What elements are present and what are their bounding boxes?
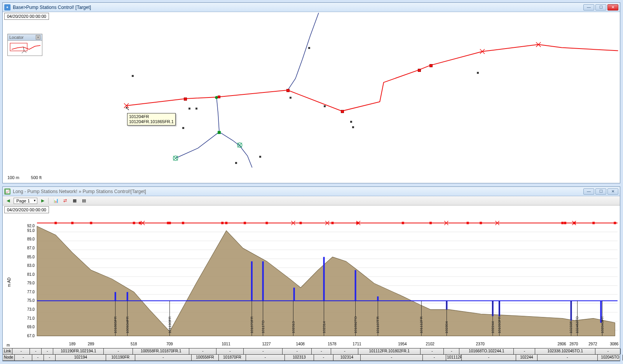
- map-titlebar[interactable]: ✦ Base>Pump Stations Control! [Target] —…: [3, 3, 620, 12]
- svg-rect-50: [564, 222, 566, 224]
- x-axis: 1892895187091011122714081578171119542102…: [3, 342, 620, 348]
- close-button[interactable]: ✕: [607, 4, 618, 10]
- map-point: [259, 156, 261, 158]
- link-cell[interactable]: -: [189, 348, 216, 354]
- chart-style-button[interactable]: 📊: [52, 197, 60, 204]
- locator-body[interactable]: [8, 41, 42, 56]
- scale-bar: 100 m 500 ft: [7, 175, 42, 180]
- node-cell[interactable]: 102244: [516, 355, 537, 361]
- tooltip-line1: 101204FR: [129, 114, 174, 119]
- network-svg: [3, 13, 619, 182]
- svg-rect-46: [182, 222, 184, 224]
- node-cell[interactable]: -: [135, 355, 192, 361]
- network-node[interactable]: [218, 131, 221, 134]
- link-cell[interactable]: -: [244, 348, 283, 354]
- maximize-button[interactable]: ☐: [595, 4, 606, 10]
- profile-datetime[interactable]: 04/20/2020 00:00:00: [4, 206, 49, 213]
- node-cell[interactable]: -: [537, 355, 598, 361]
- node-cell[interactable]: 102314: [333, 355, 361, 361]
- node-cell[interactable]: -: [246, 355, 285, 361]
- map-window-title: Base>Pump Stations Control! [Target]: [13, 5, 583, 10]
- network-node[interactable]: [429, 64, 433, 67]
- node-cell[interactable]: 101870FR: [219, 355, 246, 361]
- svg-rect-43: [54, 222, 57, 224]
- next-page-button[interactable]: ▶: [39, 197, 47, 204]
- settings-button[interactable]: ▤: [80, 197, 88, 204]
- profile-chart[interactable]: 67.069.071.073.075.077.079.081.083.085.0…: [3, 214, 620, 348]
- close-button[interactable]: ✕: [607, 188, 618, 195]
- link-cell[interactable]: -: [331, 348, 358, 354]
- node-cell[interactable]: 101112FR: [446, 355, 462, 361]
- link-cell[interactable]: 102338.102045TO.1: [535, 348, 595, 354]
- link-cell[interactable]: -: [12, 348, 30, 354]
- link-button[interactable]: ⇄: [61, 197, 69, 204]
- link-cell[interactable]: -: [104, 348, 133, 354]
- network-node[interactable]: [341, 110, 344, 113]
- link-cell[interactable]: -: [421, 348, 444, 354]
- node-cell[interactable]: -: [361, 355, 423, 361]
- link-cell[interactable]: 100558FR.101870FR.1: [133, 348, 189, 354]
- svg-text:101892TO: 101892TO: [354, 316, 358, 333]
- node-cell[interactable]: 102313: [285, 355, 314, 361]
- svg-rect-37: [429, 222, 432, 224]
- link-cell[interactable]: -: [283, 348, 312, 354]
- locator-panel[interactable]: Locator ×: [7, 34, 42, 56]
- link-cell[interactable]: -: [30, 348, 42, 354]
- map-point: [477, 72, 479, 74]
- map-canvas[interactable]: ↖ 101204FR 101204FR.101865FR.1 Locator ×…: [3, 13, 619, 182]
- node-cell[interactable]: 102045TO: [598, 355, 623, 361]
- node-cell[interactable]: 102194: [56, 355, 106, 361]
- grid-button[interactable]: ▦: [71, 197, 79, 204]
- minimize-button[interactable]: —: [583, 4, 594, 10]
- node-cell[interactable]: -: [44, 355, 56, 361]
- svg-text:100934FR: 100934FR: [126, 316, 129, 333]
- link-cell[interactable]: -: [312, 348, 331, 354]
- profile-titlebar[interactable]: 📈 Long - Pump Stations Network! » Pump S…: [3, 187, 620, 196]
- map-datetime[interactable]: 04/20/2020 00:00:00: [4, 13, 49, 20]
- svg-text:102453TO: 102453TO: [576, 316, 579, 333]
- link-cell[interactable]: -: [42, 348, 53, 354]
- prev-page-button[interactable]: ◀: [4, 197, 12, 204]
- map-point: [188, 108, 190, 110]
- map-point: [350, 121, 352, 123]
- link-header: Link: [3, 348, 12, 354]
- link-cell[interactable]: 101668TO.102244.1: [459, 348, 514, 354]
- svg-text:101093FR: 101093FR: [497, 316, 501, 333]
- locator-title: Locator: [9, 35, 24, 40]
- node-cell[interactable]: -: [423, 355, 446, 361]
- link-cell[interactable]: -: [514, 348, 535, 354]
- node-cell[interactable]: -: [15, 355, 32, 361]
- profile-window-title: Long - Pump Stations Network! » Pump Sta…: [13, 189, 583, 194]
- network-node[interactable]: [218, 96, 220, 98]
- node-cell[interactable]: -: [462, 355, 516, 361]
- svg-text:75.0: 75.0: [27, 298, 35, 303]
- network-node[interactable]: [418, 69, 421, 72]
- minimize-button[interactable]: —: [583, 188, 594, 195]
- svg-rect-49: [466, 222, 469, 224]
- node-cell[interactable]: 101190FR: [106, 355, 135, 361]
- link-cell[interactable]: 101190FR.102194.1: [53, 348, 104, 354]
- svg-rect-28: [90, 222, 92, 224]
- link-cell[interactable]: -: [444, 348, 459, 354]
- locator-close-icon[interactable]: ×: [36, 35, 40, 40]
- svg-rect-33: [300, 222, 302, 224]
- link-cell[interactable]: -: [595, 348, 621, 354]
- svg-rect-36: [402, 222, 404, 224]
- svg-rect-12: [10, 43, 27, 51]
- network-node[interactable]: [286, 89, 290, 92]
- svg-text:1011TO: 1011TO: [261, 320, 265, 334]
- page-selector[interactable]: Page 1: [14, 198, 37, 204]
- svg-text:102313: 102313: [291, 321, 295, 333]
- profile-icon: 📈: [4, 188, 10, 195]
- link-row: Link ---101190FR.102194.1-100558FR.10187…: [3, 348, 620, 355]
- svg-rect-38: [480, 222, 482, 224]
- maximize-button[interactable]: ☐: [595, 188, 606, 195]
- node-cell[interactable]: -: [32, 355, 44, 361]
- node-cell[interactable]: 100558FR: [192, 355, 219, 361]
- link-cell[interactable]: -: [621, 348, 623, 354]
- network-node[interactable]: [184, 98, 187, 101]
- link-cell[interactable]: -: [216, 348, 244, 354]
- map-point: [324, 105, 326, 107]
- node-cell[interactable]: -: [314, 355, 333, 361]
- link-cell[interactable]: 101112FR.101802FR.1: [358, 348, 421, 354]
